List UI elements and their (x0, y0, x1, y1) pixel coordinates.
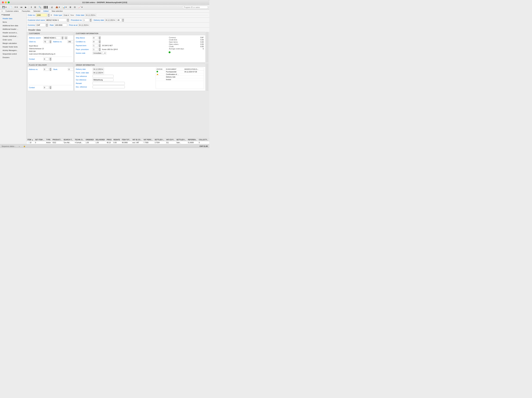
order-no-spinner[interactable]: ▲ ▼ (48, 13, 50, 17)
currency-input[interactable] (36, 24, 45, 27)
payment-term-spinner[interactable]: ▲ ▼ (99, 44, 101, 47)
procedure-no-spinner[interactable]: ▲ ▼ (90, 19, 92, 22)
address-no-input[interactable] (68, 40, 73, 43)
address-green-btn[interactable]: ● (64, 36, 68, 39)
price-as-at-dropdown[interactable]: 04.12.2024 ▾ (78, 24, 89, 26)
sidebar-item-dossiers[interactable]: Dossiers (0, 56, 26, 59)
search-btn[interactable]: 🔍 (38, 6, 42, 9)
cont-up[interactable]: ▲ (50, 57, 51, 59)
customer-short-name-spinner[interactable]: ▲ ▼ (67, 19, 69, 22)
close-button[interactable] (2, 1, 4, 3)
oi-your-reference-input[interactable] (93, 75, 114, 78)
oi-doc-reference-input[interactable] (93, 85, 125, 88)
cont-down[interactable]: ▼ (50, 59, 51, 61)
cno-up[interactable]: ▲ (99, 40, 101, 42)
oi-purch-order-date-dropdown[interactable]: 04.12.2024 ▾ (93, 71, 104, 74)
dw-down[interactable]: ▼ (122, 20, 124, 22)
dw-up[interactable]: ▲ (122, 19, 124, 20)
toolbar-btn-2[interactable]: 📄 (8, 6, 13, 9)
condition-no-spinner[interactable]: ▲ ▼ (99, 40, 101, 43)
menu-edited[interactable]: Edited (43, 10, 49, 12)
podc-up[interactable]: ▲ (50, 86, 51, 87)
oi-our-reference-input[interactable] (93, 78, 114, 81)
chart-btn[interactable]: 📊 ▾ (62, 6, 68, 9)
payment-term-input[interactable] (93, 44, 98, 47)
invoice-code-dropdown[interactable]: Immediate / ... ▾ (93, 52, 106, 55)
pt-down[interactable]: ▼ (99, 45, 101, 47)
save-btn[interactable]: 💾 ▾ (1, 6, 7, 9)
print-btn[interactable]: 🖨 (50, 6, 54, 9)
address-search-spinner[interactable]: ▲ ▼ (62, 36, 63, 39)
csn-down[interactable]: ▼ (67, 20, 69, 22)
ship-advice-input[interactable] (93, 36, 98, 39)
export-btn[interactable]: 📤 ▾ (55, 6, 61, 9)
address-search-input[interactable] (43, 36, 61, 39)
paym-procedure-input[interactable] (93, 48, 98, 51)
paym-procedure-spinner[interactable]: ▲ ▼ (99, 48, 101, 51)
grid-btn[interactable]: ⊞ (33, 6, 37, 9)
ship-advice-spinner[interactable]: ▲ ▼ (99, 36, 101, 39)
client-no-spinner[interactable]: ▲ ▼ (50, 40, 51, 43)
cur-down[interactable]: ▼ (46, 25, 48, 27)
delivery-date-dropdown[interactable]: 04.12.2024 ▾ (105, 19, 116, 22)
nav-first-btn[interactable]: ⏮ (19, 6, 23, 9)
csn-up[interactable]: ▲ (67, 19, 69, 20)
menu-customer-orders[interactable]: Customer orders (5, 10, 19, 12)
order-no-up[interactable]: ▲ (48, 13, 50, 15)
as-down[interactable]: ▼ (62, 38, 63, 39)
sidebar-item-additional-item-data[interactable]: Additional item data (0, 24, 26, 27)
pn-up[interactable]: ▲ (90, 19, 92, 20)
sidebar-item-sequential-control[interactable]: Sequential control (0, 52, 26, 56)
pod-contact-spinner[interactable]: ▲ ▼ (50, 86, 51, 89)
currency-spinner[interactable]: ▲ ▼ (46, 24, 48, 27)
as-up[interactable]: ▲ (62, 36, 63, 38)
cn-down[interactable]: ▼ (50, 42, 51, 43)
sidebar-item-items[interactable]: Items (0, 20, 26, 24)
nav-next-btn[interactable]: ▶ (24, 6, 27, 9)
order-no-input[interactable] (36, 13, 47, 17)
stats-btn[interactable]: 📈 ▾ (77, 6, 83, 9)
pod-address-spinner[interactable]: ▲ ▼ (50, 68, 51, 71)
cno-down[interactable]: ▼ (99, 42, 101, 43)
maximize-button[interactable] (8, 1, 10, 3)
menu-favourites[interactable]: Favourites (21, 10, 31, 12)
cur-up[interactable]: ▲ (46, 24, 48, 25)
oi-delivery-date-dropdown[interactable]: 04.12.2024 ▾ (93, 68, 104, 71)
podc-down[interactable]: ▼ (50, 87, 51, 89)
monitor-btn[interactable]: 🖥 (68, 6, 72, 9)
contact-spinner[interactable]: ▲ ▼ (50, 57, 51, 61)
table-row[interactable]: 📄 10 0 Article 0322 Tyro Abl... 4 Schubl… (26, 141, 209, 144)
sidebar-item-activity-management[interactable]: Activity Managem... (0, 49, 26, 52)
sa-down[interactable]: ▼ (99, 38, 101, 39)
contact-input[interactable] (43, 58, 49, 61)
sidebar-item-additional-header[interactable]: Additional header ... (0, 27, 26, 31)
delivery-week-input[interactable] (117, 19, 121, 22)
pn-down[interactable]: ▼ (90, 20, 92, 22)
delivery-week-spinner[interactable]: ▲ ▼ (122, 19, 124, 22)
sa-up[interactable]: ▲ (99, 36, 101, 38)
oi-remark-input[interactable] (93, 82, 125, 85)
barcode-btn[interactable]: ▌▌▌ (43, 6, 49, 9)
pod-book-input[interactable] (68, 68, 73, 71)
menu-new-selection[interactable]: New selection (51, 10, 63, 12)
pt-up[interactable]: ▲ (99, 44, 101, 45)
sidebar-item-header-data[interactable]: Header data (0, 17, 26, 20)
sidebar-item-header-individual[interactable]: Header individual ... (0, 34, 26, 38)
rate-input[interactable] (54, 24, 67, 27)
client-no-input[interactable] (43, 40, 49, 43)
poda-down[interactable]: ▼ (50, 69, 51, 71)
pp-down[interactable]: ▼ (99, 49, 101, 51)
pod-address-no-input[interactable] (43, 68, 49, 71)
sidebar-item-header-account[interactable]: Header account a... (0, 31, 26, 34)
cancel-btn[interactable]: ✕ ▾ (13, 6, 19, 9)
pp-up[interactable]: ▲ (99, 48, 101, 49)
procedure-no-input[interactable] (83, 19, 89, 22)
program-search[interactable] (182, 6, 208, 9)
sidebar-item-order-sums[interactable]: Order sums (0, 38, 26, 42)
sidebar-item-header-footer-texts[interactable]: Header footer texts (0, 45, 26, 49)
right-scrollbar[interactable] (206, 32, 208, 62)
order-no-down[interactable]: ▼ (48, 15, 50, 17)
sidebar-item-margin-calculation[interactable]: Margin calculation (0, 42, 26, 45)
pod-contact-input[interactable] (43, 86, 49, 89)
info-btn[interactable]: ℹ (30, 6, 33, 9)
